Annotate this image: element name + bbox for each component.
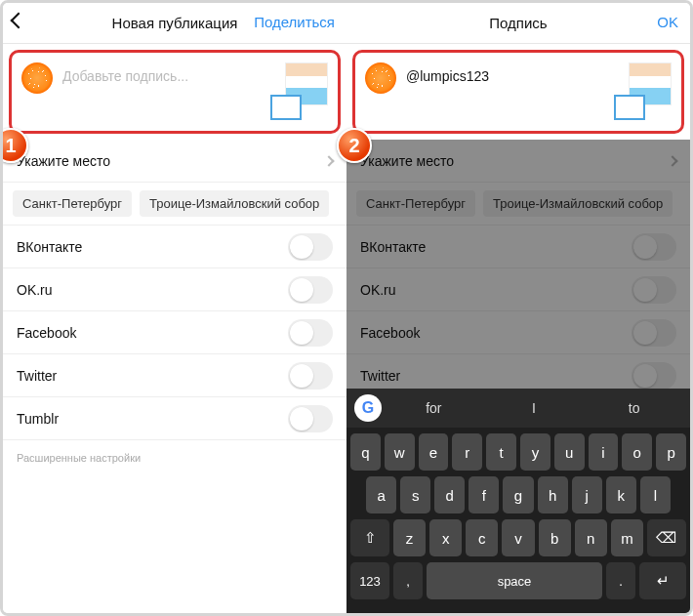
key-return[interactable]: ↵ (639, 562, 686, 599)
key-j[interactable]: j (572, 476, 602, 513)
suggestion[interactable]: I (486, 400, 583, 416)
share-row-ok: OK.ru (3, 268, 346, 311)
add-location-row[interactable]: Укажите место (3, 140, 346, 183)
screen-new-post: Новая публикация Поделиться Добавьте под… (3, 3, 346, 613)
toggle[interactable] (288, 276, 333, 304)
key-i[interactable]: i (589, 433, 619, 471)
key-comma[interactable]: , (393, 562, 423, 599)
key-space[interactable]: space (427, 562, 602, 599)
key-a[interactable]: a (366, 476, 396, 513)
key-r[interactable]: r (452, 433, 482, 471)
network-label: OK.ru (17, 282, 53, 298)
key-o[interactable]: o (622, 433, 652, 471)
screen-caption-edit: Подпись OK @lumpics123 2 Укажите место С… (346, 3, 690, 613)
ok-button[interactable]: OK (657, 14, 678, 30)
location-chip[interactable]: Санкт-Петербург (13, 190, 132, 217)
toggle[interactable] (632, 233, 676, 261)
location-chip[interactable]: Троице-Измайловский собор (140, 190, 329, 217)
key-w[interactable]: w (385, 433, 415, 471)
key-f[interactable]: f (469, 476, 499, 513)
key-y[interactable]: y (520, 433, 550, 471)
key-m[interactable]: m (611, 519, 643, 556)
chevron-right-icon (323, 155, 334, 166)
post-thumbnail[interactable] (629, 62, 672, 105)
key-b[interactable]: b (539, 519, 571, 556)
key-d[interactable]: d (434, 476, 465, 513)
key-v[interactable]: v (502, 519, 534, 556)
network-label: ВКонтакте (17, 239, 82, 255)
network-label: Facebook (360, 325, 420, 341)
network-label: Facebook (17, 325, 76, 341)
toggle[interactable] (632, 276, 676, 304)
avatar (365, 62, 396, 94)
network-label: Tumblr (17, 411, 59, 427)
key-z[interactable]: z (393, 519, 426, 556)
share-row-facebook: Facebook (346, 311, 690, 354)
key-row-3: ⇧ z x c v b n m ⌫ (350, 519, 686, 556)
add-location-row[interactable]: Укажите место (346, 140, 690, 183)
location-chip[interactable]: Троице-Измайловский собор (483, 190, 673, 217)
network-label: OK.ru (360, 282, 396, 298)
chevron-left-icon (11, 13, 27, 29)
key-numbers[interactable]: 123 (350, 562, 389, 599)
key-u[interactable]: u (554, 433, 585, 471)
key-q[interactable]: q (350, 433, 381, 471)
share-row-vk: ВКонтакте (346, 226, 690, 268)
suggestion-bar: G for I to (346, 389, 690, 428)
toggle[interactable] (632, 362, 676, 390)
post-thumbnail[interactable] (285, 62, 328, 105)
network-label: Twitter (17, 368, 57, 384)
key-s[interactable]: s (400, 476, 430, 513)
key-row-4: 123 , space . ↵ (350, 562, 686, 599)
key-l[interactable]: l (640, 476, 671, 513)
share-row-tumblr: Tumblr (3, 397, 346, 440)
header: Подпись OK (346, 3, 690, 44)
location-suggestions: Санкт-Петербург Троице-Измайловский собо… (346, 183, 690, 226)
key-shift[interactable]: ⇧ (350, 519, 389, 556)
location-label: Укажите место (360, 153, 454, 169)
back-button[interactable] (13, 13, 24, 30)
share-row-vk: ВКонтакте (3, 226, 346, 268)
share-button[interactable]: Поделиться (254, 14, 335, 30)
share-row-ok: OK.ru (346, 268, 690, 311)
toggle[interactable] (632, 319, 676, 347)
key-p[interactable]: p (656, 433, 686, 471)
share-row-facebook: Facebook (3, 311, 346, 354)
key-period[interactable]: . (606, 562, 635, 599)
caption-area: Добавьте подпись... 1 (3, 44, 346, 140)
advanced-settings-link[interactable]: Расширенные настройки (3, 440, 346, 475)
google-icon[interactable]: G (354, 394, 382, 422)
key-e[interactable]: e (419, 433, 449, 471)
header-title: Подпись (489, 15, 547, 31)
header-title: Новая публикация (112, 15, 238, 31)
key-row-2: a s d f g h j k l (350, 476, 686, 513)
key-h[interactable]: h (538, 476, 568, 513)
toggle[interactable] (288, 233, 333, 261)
toggle[interactable] (288, 319, 333, 347)
key-backspace[interactable]: ⌫ (647, 519, 686, 556)
caption-placeholder[interactable]: Добавьте подпись... (62, 62, 275, 84)
caption-box[interactable]: Добавьте подпись... (9, 50, 341, 134)
location-label: Укажите место (17, 153, 110, 169)
key-n[interactable]: n (575, 519, 607, 556)
suggestion[interactable]: for (386, 400, 482, 416)
key-g[interactable]: g (503, 476, 533, 513)
callout-marker-2: 2 (337, 128, 372, 163)
caption-box[interactable]: @lumpics123 (352, 50, 684, 134)
suggestion[interactable]: to (586, 400, 682, 416)
key-row-1: q w e r t y u i o p (350, 433, 686, 471)
toggle[interactable] (288, 405, 333, 432)
toggle[interactable] (288, 362, 333, 390)
caption-area: @lumpics123 2 (346, 44, 690, 140)
key-x[interactable]: x (429, 519, 462, 556)
key-k[interactable]: k (606, 476, 636, 513)
keyboard: G for I to q w e r t y u i o p (346, 389, 690, 613)
network-label: ВКонтакте (360, 239, 426, 255)
key-c[interactable]: c (466, 519, 498, 556)
key-t[interactable]: t (486, 433, 516, 471)
header: Новая публикация Поделиться (3, 3, 346, 44)
chevron-right-icon (667, 155, 677, 166)
caption-input[interactable]: @lumpics123 (406, 62, 619, 84)
avatar (21, 62, 53, 94)
location-chip[interactable]: Санкт-Петербург (356, 190, 475, 217)
